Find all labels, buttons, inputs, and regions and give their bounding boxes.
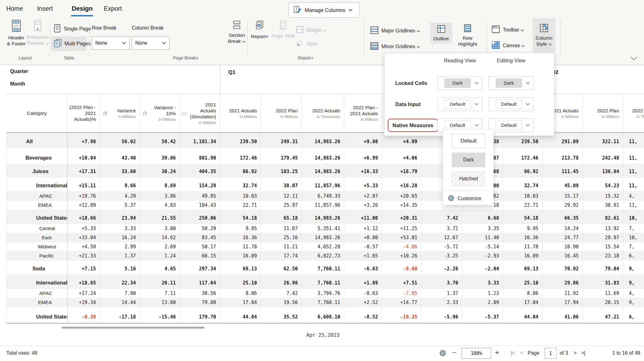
data-cell[interactable]: 16.09 [220, 251, 261, 260]
data-cell[interactable]: 136.84 [583, 164, 623, 177]
data-cell[interactable]: 22.34 [100, 275, 140, 289]
data-cell[interactable]: 83.45 [180, 233, 220, 242]
data-cell[interactable]: 47.21 [583, 307, 623, 323]
data-cell[interactable]: 8.06 [220, 289, 261, 298]
data-cell[interactable]: 56.02 [100, 133, 140, 147]
data-cell[interactable]: 17.94 [542, 298, 583, 307]
multi-pages-button[interactable]: Multi Pages [51, 37, 87, 51]
data-cell[interactable]: 41.06 [542, 307, 583, 323]
data-cell[interactable]: 2.69 [140, 242, 180, 251]
data-cell[interactable]: +3.26 [344, 201, 382, 210]
data-cell[interactable]: 21.55 [140, 210, 180, 224]
data-cell[interactable]: 14.24 [542, 224, 583, 233]
outline-button[interactable]: Outline [430, 23, 452, 43]
data-cell[interactable]: 16.24 [100, 233, 140, 242]
data-cell[interactable]: 7,760.11 [302, 298, 344, 307]
data-cell[interactable]: 3.35 [462, 224, 503, 233]
data-cell[interactable]: 2.09 [462, 298, 503, 307]
data-cell[interactable]: 16.36 [220, 233, 261, 242]
data-cell[interactable]: +2.52 [344, 298, 382, 307]
data-cell[interactable]: 20.11 [140, 275, 180, 289]
section-break-button[interactable]: SectionBreak [226, 20, 247, 44]
data-cell[interactable]: 172.46 [220, 148, 261, 164]
data-cell[interactable]: +9.80 [344, 133, 382, 147]
data-cell[interactable]: +16.28 [382, 178, 421, 191]
data-cell[interactable]: 179.45 [261, 148, 302, 164]
settings-gear-icon[interactable] [439, 349, 447, 358]
data-cell[interactable]: 404.35 [180, 164, 220, 177]
data-cell[interactable]: +20.31 [382, 210, 421, 224]
data-cell[interactable]: -0.39 [68, 307, 100, 323]
data-cell[interactable]: 111.45 [542, 164, 583, 177]
column-header[interactable]: 2022 Planin Millions [261, 94, 302, 132]
reading-view-dropdown[interactable]: Default [437, 97, 482, 111]
header-footer-button[interactable]: Header& Footer [5, 20, 28, 47]
row-break-select[interactable]: None [92, 37, 130, 50]
manage-columns-button[interactable]: Manage Columns [289, 3, 360, 18]
data-cell[interactable]: 11.40 [462, 233, 503, 242]
column-header[interactable]: 2021Actuals(Simulation)in Millions [180, 94, 220, 132]
data-cell[interactable]: +4.59 [68, 242, 100, 251]
horizontal-scrollbar[interactable] [62, 327, 204, 329]
tab-insert[interactable]: Insert [37, 5, 53, 12]
data-cell[interactable]: -17.18 [100, 307, 140, 323]
report-plus-button[interactable]: Report+ [251, 20, 269, 39]
data-cell[interactable]: 11, [623, 178, 644, 191]
data-cell[interactable]: 25.10 [220, 275, 261, 289]
data-cell[interactable]: 11, [623, 164, 644, 177]
data-cell[interactable]: 69.13 [503, 261, 542, 274]
data-cell[interactable]: 65.18 [261, 210, 302, 224]
data-cell[interactable]: 49.85 [180, 192, 220, 200]
data-cell[interactable]: +4.06 [382, 148, 421, 164]
data-cell[interactable]: 23.94 [100, 210, 140, 224]
data-cell[interactable]: +53.81 [382, 233, 421, 242]
quarter-row-label[interactable]: Quarter [10, 69, 28, 74]
data-cell[interactable]: 25.97 [261, 201, 302, 210]
data-cell[interactable]: 1.37 [421, 289, 462, 298]
data-cell[interactable]: 1,101.34 [180, 133, 220, 147]
data-cell[interactable]: 2.33 [421, 298, 462, 307]
data-cell[interactable]: +7.15 [68, 261, 100, 274]
data-cell[interactable]: 5.37 [100, 201, 140, 210]
data-cell[interactable]: 54.18 [220, 210, 261, 224]
style-option-default[interactable]: Default [452, 134, 485, 148]
data-cell[interactable]: 29.97 [583, 233, 623, 242]
data-cell[interactable]: 32.74 [503, 178, 542, 191]
data-cell[interactable]: 104.43 [180, 201, 220, 210]
data-cell[interactable]: 30.24 [140, 164, 180, 177]
column-header[interactable]: fxVariance -10%in Millions [140, 94, 180, 132]
row-label[interactable]: United States [6, 210, 68, 224]
data-cell[interactable]: 322.11 [583, 133, 623, 147]
tab-export[interactable]: Export [104, 5, 122, 12]
data-cell[interactable]: 62.50 [261, 261, 302, 274]
row-label[interactable]: Midwest [6, 242, 68, 251]
data-cell[interactable]: 2.99 [100, 242, 140, 251]
row-label[interactable]: All [6, 133, 68, 147]
data-cell[interactable]: +19.34 [68, 298, 100, 307]
data-cell[interactable]: 69.13 [220, 261, 261, 274]
data-cell[interactable]: 20.15 [583, 298, 623, 307]
data-cell[interactable]: 213.78 [542, 148, 583, 164]
data-cell[interactable]: -2.93 [462, 251, 503, 260]
data-cell[interactable]: 7.42 [421, 210, 462, 224]
data-cell[interactable]: 6,749.33 [302, 192, 344, 200]
data-cell[interactable]: 11, [623, 133, 644, 147]
data-cell[interactable]: 4, [623, 192, 644, 200]
ribbon-collapse-chevron[interactable] [630, 56, 638, 62]
data-cell[interactable]: -0.57 [344, 242, 382, 251]
data-cell[interactable]: 17.04 [220, 298, 261, 307]
row-label[interactable]: EMEA [6, 201, 68, 210]
data-cell[interactable]: 7.90 [100, 289, 140, 298]
data-cell[interactable]: 14.44 [100, 298, 140, 307]
data-cell[interactable]: 24.77 [542, 233, 583, 242]
data-cell[interactable]: 11, [623, 201, 644, 210]
data-cell[interactable]: 15.54 [583, 242, 623, 251]
data-cell[interactable]: 33.60 [100, 164, 140, 177]
data-cell[interactable]: 801.90 [180, 148, 220, 164]
data-cell[interactable]: 9, [623, 298, 644, 307]
minor-gridlines-button[interactable]: Minor Gridlines [370, 42, 420, 51]
data-cell[interactable]: 103.25 [261, 164, 302, 177]
data-cell[interactable]: 7,760.11 [302, 261, 344, 274]
zoom-in-button[interactable]: + [495, 348, 499, 357]
first-page-button[interactable]: |< [511, 350, 514, 356]
